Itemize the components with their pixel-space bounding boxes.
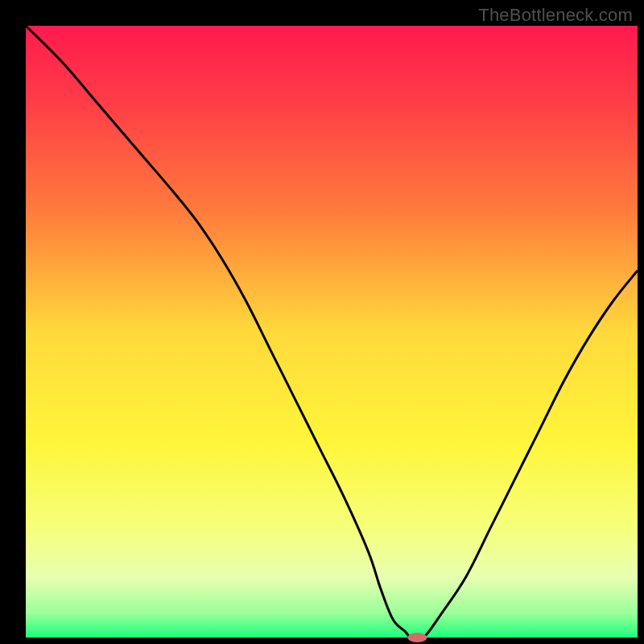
chart-container: TheBottleneck.com	[0, 0, 644, 644]
bottleneck-chart	[0, 0, 644, 644]
watermark-text: TheBottleneck.com	[478, 5, 633, 26]
optimal-point-marker	[407, 633, 427, 642]
plot-background	[26, 26, 638, 638]
